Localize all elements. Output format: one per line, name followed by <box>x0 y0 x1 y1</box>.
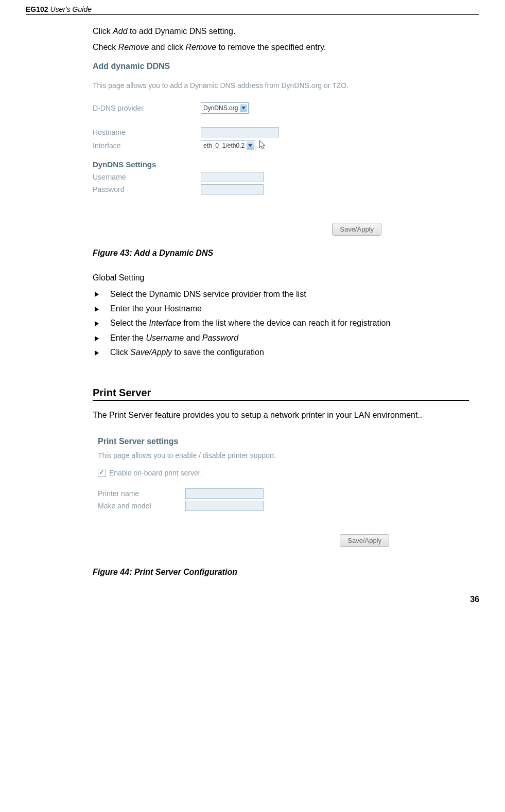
interface-label: Interface <box>93 142 201 150</box>
global-setting-title: Global Setting <box>93 273 469 283</box>
intro-line1: Click Add to add Dynamic DNS setting. <box>93 25 469 38</box>
provider-value: DynDNS.org <box>203 104 238 112</box>
svg-marker-6 <box>95 350 99 356</box>
enable-print-checkbox[interactable] <box>98 469 106 477</box>
intro-line2: Check Remove and click Remove to remove … <box>93 41 469 54</box>
triangle-bullet-icon <box>93 317 110 329</box>
svg-marker-5 <box>95 336 99 341</box>
hostname-input[interactable] <box>201 127 279 137</box>
row-make-model: Make and model <box>98 501 469 511</box>
printer-name-label: Printer name <box>98 489 185 498</box>
svg-marker-0 <box>241 107 246 110</box>
bullet-list: Select the Dynamic DNS service provider … <box>93 289 469 359</box>
list-item: Select the Interface from the list where… <box>93 317 469 329</box>
triangle-bullet-icon <box>93 347 110 358</box>
enable-print-label: Enable on-board print server. <box>109 469 202 477</box>
hostname-label: Hostname <box>93 128 201 136</box>
row-password: Password <box>93 184 469 195</box>
figure-43-caption: Figure 43: Add a Dynamic DNS <box>93 249 469 258</box>
username-input[interactable] <box>201 172 264 182</box>
make-model-input[interactable] <box>185 501 264 511</box>
interface-value: eth_0_1/eth0.2 <box>203 142 245 149</box>
save-apply-button[interactable]: Save/Apply <box>340 534 389 547</box>
screenshot-print-server: Print Server settings This page allows y… <box>98 437 469 547</box>
ss1-subsection: DynDNS Settings <box>93 160 469 169</box>
page-number: 36 <box>26 595 479 604</box>
header-product: EG102 <box>26 5 48 13</box>
ss1-desc: This page allows you to add a Dynamic DN… <box>93 81 469 90</box>
password-input[interactable] <box>201 184 264 195</box>
row-interface: Interface eth_0_1/eth0.2 <box>93 139 469 152</box>
ss2-title: Print Server settings <box>98 437 469 446</box>
row-hostname: Hostname <box>93 127 469 137</box>
list-item: Enter the your Hostname <box>93 303 469 314</box>
printer-name-input[interactable] <box>185 488 264 499</box>
list-item: Select the Dynamic DNS service provider … <box>93 289 469 300</box>
triangle-bullet-icon <box>93 303 110 314</box>
ss2-desc: This page allows you to enable / disable… <box>98 451 469 460</box>
svg-marker-1 <box>248 144 252 147</box>
save-apply-button[interactable]: Save/Apply <box>332 223 381 236</box>
row-enable-print: Enable on-board print server. <box>98 469 469 477</box>
screenshot-add-ddns: Add dynamic DDNS This page allows you to… <box>93 62 469 236</box>
section-rule <box>93 400 469 401</box>
header-title: EG102 User's Guide <box>26 5 92 13</box>
svg-marker-3 <box>95 307 99 312</box>
print-server-heading: Print Server <box>93 387 469 399</box>
page-header: EG102 User's Guide <box>26 5 479 15</box>
row-provider: D-DNS provider DynDNS.org <box>93 102 469 114</box>
chevron-down-icon <box>240 104 247 112</box>
triangle-bullet-icon <box>93 332 110 344</box>
svg-marker-4 <box>95 321 99 326</box>
row-printer-name: Printer name <box>98 488 469 499</box>
list-item: Enter the Username and Password <box>93 332 469 344</box>
provider-dropdown[interactable]: DynDNS.org <box>201 102 249 114</box>
interface-dropdown[interactable]: eth_0_1/eth0.2 <box>201 140 255 151</box>
figure-44-caption: Figure 44: Print Server Configuration <box>93 568 469 577</box>
cursor-icon <box>258 139 268 152</box>
password-label: Password <box>93 185 201 193</box>
svg-marker-2 <box>95 292 99 297</box>
list-item: Click Save/Apply to save the configurati… <box>93 347 469 358</box>
header-suffix: User's Guide <box>50 5 91 13</box>
username-label: Username <box>93 173 201 181</box>
print-server-desc: The Print Server feature provides you to… <box>93 409 469 422</box>
triangle-bullet-icon <box>93 289 110 300</box>
row-username: Username <box>93 172 469 182</box>
provider-label: D-DNS provider <box>93 104 201 112</box>
chevron-down-icon <box>247 142 254 150</box>
ss1-title: Add dynamic DDNS <box>93 62 469 71</box>
make-model-label: Make and model <box>98 502 185 510</box>
